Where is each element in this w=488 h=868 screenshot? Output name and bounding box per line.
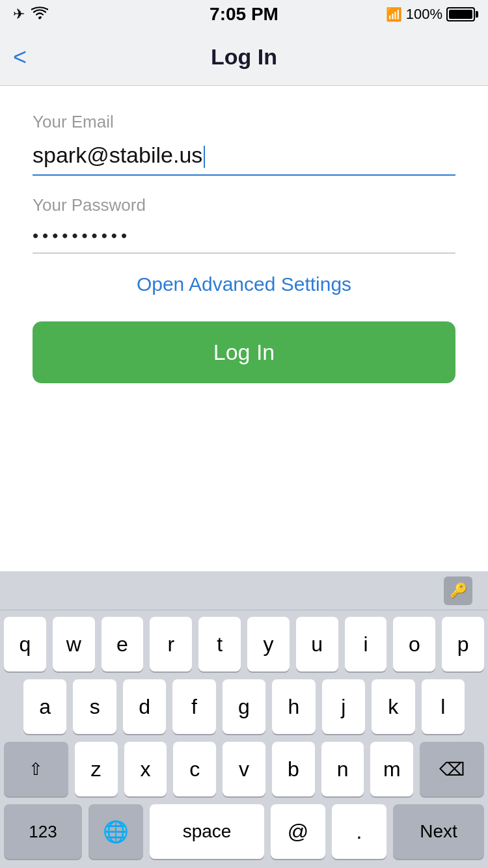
email-field-group: Your Email spark@stabile.us bbox=[33, 112, 455, 176]
back-button[interactable]: < bbox=[13, 44, 27, 71]
status-left: ✈ bbox=[13, 6, 48, 23]
battery-fill bbox=[449, 10, 472, 19]
keyboard-top-bar: 🔑 bbox=[0, 571, 488, 610]
at-key[interactable]: @ bbox=[271, 804, 325, 859]
key-q[interactable]: q bbox=[4, 617, 46, 671]
svg-point-0 bbox=[38, 16, 41, 19]
keyboard-bottom-row: 123 🌐 space @ . Next bbox=[4, 804, 484, 859]
delete-key[interactable]: ⌫ bbox=[420, 742, 484, 796]
password-field-group: Your Password •••••••••• bbox=[33, 195, 455, 254]
airplane-icon: ✈ bbox=[13, 6, 25, 23]
key-d[interactable]: d bbox=[123, 679, 166, 734]
nav-title: Log In bbox=[211, 44, 277, 70]
key-i[interactable]: i bbox=[345, 617, 387, 671]
keyboard-rows: q w e r t y u i o p a s d f g h j k l ⇧ … bbox=[0, 610, 488, 868]
email-input[interactable]: spark@stabile.us bbox=[33, 142, 455, 176]
password-input[interactable]: •••••••••• bbox=[33, 226, 455, 254]
key-f[interactable]: f bbox=[172, 679, 215, 734]
key-m[interactable]: m bbox=[370, 742, 413, 796]
key-n[interactable]: n bbox=[321, 742, 364, 796]
shift-key[interactable]: ⇧ bbox=[4, 742, 68, 796]
key-r[interactable]: r bbox=[150, 617, 192, 671]
battery-icon bbox=[446, 7, 475, 21]
advanced-settings-link[interactable]: Open Advanced Settings bbox=[33, 273, 455, 295]
key-o[interactable]: o bbox=[393, 617, 435, 671]
key-a[interactable]: a bbox=[23, 679, 66, 734]
key-j[interactable]: j bbox=[322, 679, 365, 734]
key-k[interactable]: k bbox=[372, 679, 414, 734]
keyboard-row-3: ⇧ z x c v b n m ⌫ bbox=[4, 742, 484, 796]
dot-key[interactable]: . bbox=[332, 804, 386, 859]
key-y[interactable]: y bbox=[247, 617, 290, 671]
bluetooth-icon: 📶 bbox=[386, 7, 402, 22]
status-right: 📶 100% bbox=[386, 6, 475, 23]
password-autofill-icon[interactable]: 🔑 bbox=[444, 576, 472, 605]
form-area: Your Email spark@stabile.us Your Passwor… bbox=[0, 86, 488, 403]
wifi-icon bbox=[31, 7, 48, 23]
key-c[interactable]: c bbox=[173, 742, 216, 796]
keyboard: 🔑 q w e r t y u i o p a s d f g h j k l bbox=[0, 571, 488, 868]
key-v[interactable]: v bbox=[223, 742, 265, 796]
password-label: Your Password bbox=[33, 195, 455, 215]
nav-bar: < Log In bbox=[0, 29, 488, 86]
key-w[interactable]: w bbox=[53, 617, 95, 671]
login-button[interactable]: Log In bbox=[33, 321, 455, 383]
key-g[interactable]: g bbox=[223, 679, 265, 734]
next-key[interactable]: Next bbox=[393, 804, 484, 859]
key-t[interactable]: t bbox=[198, 617, 241, 671]
status-bar: ✈ 7:05 PM 📶 100% bbox=[0, 0, 488, 29]
space-key[interactable]: space bbox=[150, 804, 264, 859]
key-l[interactable]: l bbox=[422, 679, 465, 734]
cursor bbox=[204, 146, 205, 168]
password-value: •••••••••• bbox=[33, 226, 131, 245]
key-s[interactable]: s bbox=[73, 679, 116, 734]
globe-key[interactable]: 🌐 bbox=[88, 804, 143, 859]
keyboard-row-2: a s d f g h j k l bbox=[4, 679, 484, 734]
email-value: spark@stabile.us bbox=[33, 142, 202, 167]
keyboard-row-1: q w e r t y u i o p bbox=[4, 617, 484, 671]
key-b[interactable]: b bbox=[272, 742, 315, 796]
email-label: Your Email bbox=[33, 112, 455, 132]
key-z[interactable]: z bbox=[75, 742, 118, 796]
key-p[interactable]: p bbox=[442, 617, 484, 671]
key-x[interactable]: x bbox=[124, 742, 167, 796]
key-e[interactable]: e bbox=[102, 617, 144, 671]
key-u[interactable]: u bbox=[296, 617, 338, 671]
key-h[interactable]: h bbox=[272, 679, 315, 734]
key-123[interactable]: 123 bbox=[4, 804, 82, 859]
battery-percent: 100% bbox=[406, 6, 442, 23]
status-time: 7:05 PM bbox=[210, 4, 278, 25]
